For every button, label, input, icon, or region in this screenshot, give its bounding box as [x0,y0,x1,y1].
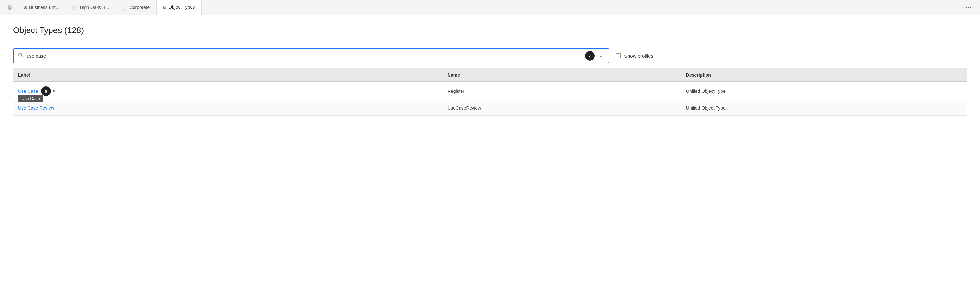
col-header-name: Name [442,69,681,82]
search-input[interactable] [27,53,582,59]
tab-high-oaks-label: High Oaks B... [80,5,109,10]
show-profiles-checkbox[interactable] [616,53,621,58]
col-header-description: Description [681,69,967,82]
tab-business-ent[interactable]: ⊞ Business Ent... [17,0,66,15]
search-area: 7 × Show profiles [13,48,967,63]
svg-line-1 [22,56,23,57]
show-profiles-label: Show profiles [624,53,653,59]
home-icon: 🏠 [7,5,12,10]
doc-icon-corporate: 📄 [123,5,128,10]
show-profiles-area: Show profiles [616,53,653,59]
main-content: Object Types (128) 7 × Show profiles Lab… [0,15,980,126]
table-cell-description: Unified Object Type [681,82,967,101]
search-icon [18,53,23,59]
table-cell-description: Unified Object Type [681,101,967,115]
page-title: Object Types (128) [13,25,967,35]
tab-object-types[interactable]: ⊞ Object Types [156,0,202,15]
table-cell-label: Use Case Review [13,101,442,115]
tab-bar: 🏠 ⊞ Business Ent... 📄 High Oaks B... 📄 C… [0,0,980,15]
more-menu-button[interactable]: ⋯ [961,4,977,11]
cursor-icon: ↖ [53,88,57,94]
doc-icon-high-oaks: 📄 [73,5,78,10]
search-box: 7 × [13,48,609,63]
table-row: Use Case 8 ↖ Use Case Register Unified O… [13,82,967,101]
tab-corporate-label: Corporate [130,5,150,10]
table-body: Use Case 8 ↖ Use Case Register Unified O… [13,82,967,115]
search-step-badge: 7 [585,51,595,61]
row-step-badge: 8 [41,86,51,96]
tooltip-use-case: Use Case [18,95,43,102]
tab-business-ent-label: Business Ent... [29,5,59,10]
table-row: Use Case Review UseCaseReview Unified Ob… [13,101,967,115]
tab-high-oaks[interactable]: 📄 High Oaks B... [66,0,116,15]
tab-object-types-label: Object Types [169,5,195,10]
tab-corporate[interactable]: 📄 Corporate [116,0,156,15]
use-case-review-link[interactable]: Use Case Review [18,105,54,111]
clear-search-button[interactable]: × [598,52,604,59]
sort-arrow-label[interactable]: ↑ [33,73,35,78]
tab-home[interactable]: 🏠 [3,0,17,15]
table-cell-name: UseCaseReview [442,101,681,115]
grid-icon-business: ⊞ [24,5,27,10]
grid-icon-object-types: ⊞ [163,5,167,10]
table-cell-label: Use Case 8 ↖ Use Case [13,82,442,101]
object-types-table: Label ↑ Name Description Use Case 8 ↖ [13,69,967,115]
table-header: Label ↑ Name Description [13,69,967,82]
table-cell-name: Register [442,82,681,101]
col-header-label: Label ↑ [13,69,442,82]
use-case-link[interactable]: Use Case [18,89,38,94]
